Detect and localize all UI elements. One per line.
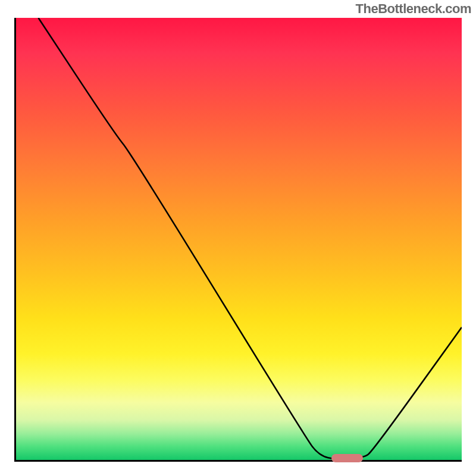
chart-plot-area [14, 18, 462, 462]
bottleneck-curve-line [38, 18, 462, 459]
chart-curve-svg [16, 18, 462, 460]
watermark-text: TheBottleneck.com [356, 1, 471, 17]
optimal-point-marker [331, 454, 363, 462]
